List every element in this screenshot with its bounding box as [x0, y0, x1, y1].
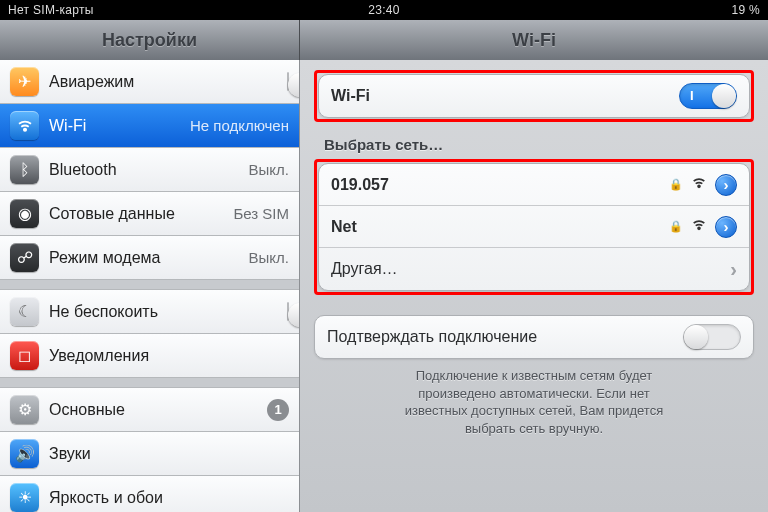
ask-to-join-row[interactable]: Подтверждать подключение	[315, 316, 753, 358]
cellular-icon: ◉	[10, 199, 39, 228]
ask-to-join-label: Подтверждать подключение	[327, 328, 537, 346]
footer-note: Подключение к известным сетям будет прои…	[314, 359, 754, 437]
network-name: Net	[331, 218, 357, 236]
sidebar-item-label: Звуки	[49, 445, 91, 463]
sidebar-item-dnd[interactable]: ☾ Не беспокоить	[0, 290, 299, 334]
bluetooth-icon: ᛒ	[10, 155, 39, 184]
bt-status-text: Выкл.	[249, 161, 289, 178]
sidebar-item-bluetooth[interactable]: ᛒ Bluetooth Выкл.	[0, 148, 299, 192]
wifi-master-label: Wi-Fi	[331, 87, 370, 105]
sidebar: ✈ Авиарежим Wi-Fi Не подключен ᛒ Bluetoo…	[0, 60, 300, 512]
clock-text: 23:40	[368, 3, 400, 17]
detail-pane: Wi-Fi I Выбрать сеть… 019.057🔒›Net🔒›Друг…	[300, 60, 768, 512]
svg-point-1	[698, 185, 700, 187]
network-list: 019.057🔒›Net🔒›Другая…›	[318, 163, 750, 291]
highlight-wifi-toggle: Wi-Fi I	[314, 70, 754, 122]
detail-title: Wi-Fi	[300, 20, 768, 60]
wifi-master-row[interactable]: Wi-Fi I	[319, 75, 749, 117]
wifi-status-text: Не подключен	[190, 117, 289, 134]
sidebar-item-general[interactable]: ⚙ Основные 1	[0, 388, 299, 432]
sidebar-item-cellular[interactable]: ◉ Сотовые данные Без SIM	[0, 192, 299, 236]
sidebar-item-label: Авиарежим	[49, 73, 134, 91]
svg-point-2	[698, 227, 700, 229]
battery-text: 19 %	[731, 3, 760, 17]
sidebar-item-hotspot[interactable]: ☍ Режим модема Выкл.	[0, 236, 299, 280]
cell-status-text: Без SIM	[233, 205, 289, 222]
sidebar-item-airplane[interactable]: ✈ Авиарежим	[0, 60, 299, 104]
moon-icon: ☾	[10, 297, 39, 326]
carrier-text: Нет SIM-карты	[8, 3, 94, 17]
airplane-icon: ✈	[10, 67, 39, 96]
detail-disclosure-icon[interactable]: ›	[715, 216, 737, 238]
sidebar-item-label: Яркость и обои	[49, 489, 163, 507]
sidebar-item-label: Bluetooth	[49, 161, 117, 179]
sidebar-item-label: Уведомления	[49, 347, 149, 365]
hotspot-status-text: Выкл.	[249, 249, 289, 266]
choose-network-label: Выбрать сеть…	[324, 136, 754, 153]
general-badge: 1	[267, 399, 289, 421]
sidebar-item-label: Wi-Fi	[49, 117, 86, 135]
network-name: Другая…	[331, 260, 398, 278]
sidebar-item-wallpaper[interactable]: ☀ Яркость и обои	[0, 476, 299, 512]
settings-title: Настройки	[0, 20, 300, 60]
dnd-toggle[interactable]	[287, 302, 289, 321]
network-name: 019.057	[331, 176, 389, 194]
speaker-icon: 🔊	[10, 439, 39, 468]
wifi-icon	[10, 111, 39, 140]
network-row[interactable]: Другая…›	[319, 248, 749, 290]
sidebar-item-notifications[interactable]: ◻ Уведомления	[0, 334, 299, 378]
highlight-network-list: 019.057🔒›Net🔒›Другая…›	[314, 159, 754, 295]
sidebar-item-label: Не беспокоить	[49, 303, 158, 321]
gear-icon: ⚙	[10, 395, 39, 424]
network-row[interactable]: 019.057🔒›	[319, 164, 749, 206]
lock-icon: 🔒	[669, 178, 683, 191]
detail-disclosure-icon[interactable]: ›	[715, 174, 737, 196]
signal-icon	[691, 217, 707, 236]
signal-icon	[691, 175, 707, 194]
network-row[interactable]: Net🔒›	[319, 206, 749, 248]
chevron-right-icon: ›	[730, 258, 737, 281]
ask-to-join-toggle[interactable]	[683, 324, 741, 350]
sidebar-item-sounds[interactable]: 🔊 Звуки	[0, 432, 299, 476]
hotspot-icon: ☍	[10, 243, 39, 272]
wifi-master-toggle[interactable]: I	[679, 83, 737, 109]
lock-icon: 🔒	[669, 220, 683, 233]
svg-point-0	[23, 128, 25, 130]
sidebar-item-label: Режим модема	[49, 249, 160, 267]
notifications-icon: ◻	[10, 341, 39, 370]
airplane-toggle[interactable]	[287, 72, 289, 91]
sidebar-item-label: Сотовые данные	[49, 205, 175, 223]
sidebar-item-label: Основные	[49, 401, 125, 419]
sidebar-item-wifi[interactable]: Wi-Fi Не подключен	[0, 104, 299, 148]
brightness-icon: ☀	[10, 483, 39, 512]
status-bar: Нет SIM-карты 23:40 19 %	[0, 0, 768, 20]
navigation-bar: Настройки Wi-Fi	[0, 20, 768, 60]
